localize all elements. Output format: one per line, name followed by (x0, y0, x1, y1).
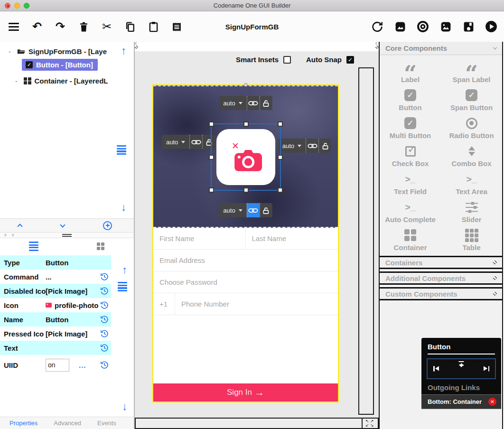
move-down-icon[interactable] (459, 367, 464, 376)
property-row-icon[interactable]: Icon profile-photo (0, 298, 111, 312)
resize-handle[interactable] (243, 121, 249, 127)
palette-item-radio-button[interactable]: Radio Button (441, 114, 502, 142)
phone-field[interactable]: Phone Number (175, 293, 338, 315)
inset-dropdown[interactable]: auto (162, 139, 189, 146)
splitter-collapse-icons[interactable] (376, 42, 378, 48)
remove-link-icon[interactable]: ✕ (488, 398, 496, 406)
uiid-more-button[interactable]: ... (79, 361, 86, 369)
palette-item-auto-complete[interactable]: >_ Auto Complete (380, 198, 441, 226)
property-row-uiid[interactable]: UIID ... (0, 355, 111, 375)
theme-image-icon[interactable] (394, 20, 406, 33)
palette-item-table[interactable]: Table (441, 226, 502, 254)
refresh-icon[interactable] (371, 20, 383, 33)
palette-item-text-field[interactable]: >_ Text Field (380, 170, 441, 198)
splitter-down-icon[interactable]: ∨ (11, 233, 15, 237)
tree-item-button-selected[interactable]: ✓ Button - [Button] (22, 59, 98, 71)
resize-handle[interactable] (209, 155, 214, 160)
lock-inset-icon[interactable] (260, 203, 272, 217)
tree-item-container[interactable]: - Container - [LayeredL (15, 77, 108, 85)
form-preview[interactable]: auto auto auto auto (152, 84, 339, 402)
redo-icon[interactable]: ↷ (54, 20, 66, 33)
palette-item-check-box[interactable]: Check Box (380, 142, 441, 170)
first-name-field[interactable]: First Name (153, 228, 246, 249)
grid-view-icon[interactable] (97, 242, 104, 250)
expand-all-icon[interactable] (60, 222, 65, 227)
link-inset-icon[interactable] (189, 135, 202, 149)
property-row-pressed-icon[interactable]: Pressed Ico [Pick Image] (0, 326, 111, 341)
inset-dropdown[interactable]: auto (278, 142, 306, 149)
property-row-name[interactable]: Name Button (0, 312, 111, 326)
splitter-handle-icon[interactable] (62, 234, 72, 238)
move-property-down-icon[interactable]: ↓ (122, 401, 127, 412)
section-additional-components[interactable]: Additional Components (380, 271, 502, 285)
resize-handle[interactable] (209, 121, 214, 127)
move-property-up-icon[interactable]: ↑ (122, 265, 127, 275)
profile-photo-button[interactable]: ✕ (216, 129, 275, 185)
play-icon[interactable] (485, 20, 497, 33)
fullscreen-icon[interactable]: ↖↗↙↘ (362, 419, 378, 428)
cut-icon[interactable]: ✂ (101, 20, 113, 33)
panel-splitter[interactable]: ∧ ∨ (0, 233, 134, 238)
add-component-icon[interactable] (103, 221, 112, 230)
palette-item-container[interactable]: Container (380, 226, 441, 254)
link-inset-icon[interactable] (306, 139, 318, 153)
palette-item-multi-button[interactable]: ✓ Multi Button (380, 114, 441, 142)
design-canvas[interactable]: Smart Insets Auto Snap ✓ auto (135, 51, 379, 418)
splitter-collapse-icons[interactable] (135, 42, 138, 48)
close-window-button[interactable] (5, 3, 10, 9)
property-row-command[interactable]: Command ... (0, 270, 111, 284)
zoom-window-button[interactable] (24, 3, 29, 9)
palette-item-slider[interactable]: Slider (441, 198, 502, 226)
collapse-toggle[interactable]: - (15, 77, 18, 85)
resize-handle[interactable] (278, 155, 283, 160)
record-icon[interactable] (417, 20, 429, 33)
palette-item-text-area[interactable]: >_ Text Area (441, 170, 502, 198)
auto-snap-checkbox[interactable]: ✓ (346, 56, 354, 64)
copy-icon[interactable] (124, 20, 136, 33)
email-field[interactable]: Email Address (153, 250, 338, 271)
resize-handle[interactable] (278, 187, 283, 193)
palette-item-span-button[interactable]: ✓ Span Button (441, 86, 502, 114)
palette-item-combo-box[interactable]: Combo Box (441, 142, 502, 170)
section-core-components[interactable]: Core Components (380, 42, 502, 55)
outgoing-link-row[interactable]: Bottom: Container ✕ (421, 394, 501, 409)
tree-item-form[interactable]: - SignUpFormGB - [Laye (9, 47, 107, 56)
canvas-vertical-scrollbar[interactable] (358, 67, 374, 415)
password-field[interactable]: Choose Password (153, 271, 338, 293)
inset-dropdown[interactable]: auto (219, 207, 246, 214)
splitter-up-icon[interactable]: ∧ (4, 233, 7, 237)
history-icon[interactable] (100, 272, 109, 281)
property-row-disabled-icon[interactable]: Disabled Ico [Pick Image] (0, 284, 111, 298)
palette-item-span-label[interactable]: “ Span Label (441, 58, 502, 86)
notes-icon[interactable] (170, 20, 183, 33)
resize-handle[interactable] (243, 187, 249, 193)
section-containers[interactable]: Containers (380, 256, 502, 269)
phone-prefix[interactable]: +1 (153, 293, 175, 315)
history-icon[interactable] (100, 301, 109, 309)
tab-properties[interactable]: Properties (9, 420, 37, 427)
list-view-icon[interactable] (29, 242, 38, 251)
move-last-icon[interactable] (484, 366, 489, 371)
property-row-text[interactable]: Text (0, 341, 111, 355)
sign-in-button[interactable]: Sign In → (153, 383, 338, 401)
delete-icon[interactable] (77, 20, 90, 33)
property-row-type[interactable]: Type Button (0, 255, 111, 270)
palette-item-button[interactable]: ✓ Button (380, 86, 441, 114)
resize-handle[interactable] (278, 121, 283, 127)
save-icon[interactable] (462, 20, 475, 33)
lock-inset-icon[interactable] (318, 139, 331, 153)
move-down-icon[interactable]: ↓ (121, 202, 126, 213)
paste-icon[interactable] (147, 20, 159, 33)
palette-item-label[interactable]: “ Label (380, 58, 441, 86)
inset-dropdown[interactable]: auto (219, 100, 246, 107)
canvas-horizontal-scrollbar[interactable]: ↖↗↙↘ (135, 418, 379, 429)
uiid-input[interactable] (46, 359, 69, 372)
history-icon[interactable] (100, 344, 109, 352)
tab-events[interactable]: Events (97, 420, 116, 427)
section-custom-components[interactable]: Custom Components (380, 287, 502, 300)
smart-insets-checkbox[interactable] (283, 56, 291, 64)
image-icon[interactable] (439, 20, 452, 33)
hero-image-container[interactable]: auto auto auto auto (153, 85, 338, 228)
collapse-toggle[interactable]: - (9, 47, 11, 56)
properties-menu-icon[interactable] (118, 282, 127, 291)
